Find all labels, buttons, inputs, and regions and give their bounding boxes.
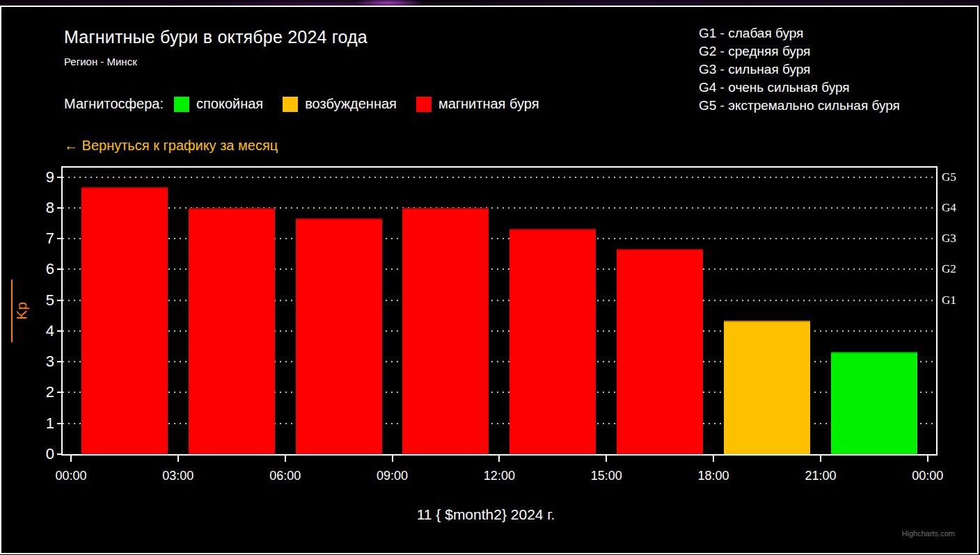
- x-axis-label-4: 12:00: [468, 469, 530, 483]
- bar-09:00-12:00[interactable]: [402, 208, 489, 454]
- bar-00:00-03:00[interactable]: [81, 187, 168, 454]
- bar-03:00-06:00[interactable]: [189, 208, 275, 454]
- bar-15:00-18:00[interactable]: [617, 249, 703, 454]
- x-axis-label-8: 00:00: [896, 469, 959, 483]
- legend-swatch-quiet: [174, 97, 189, 112]
- y-axis-tick: [57, 392, 63, 393]
- x-axis-label-5: 15:00: [575, 469, 638, 483]
- legend-label-excited: возбужденная: [305, 96, 397, 112]
- y-axis-label-1: 1: [19, 414, 54, 433]
- y-axis-label-8: 8: [19, 198, 54, 218]
- magnetosphere-legend: Магнитосфера: спокойная возбужденная маг…: [64, 95, 559, 113]
- storm-scale-item: G3 - сильная буря: [699, 61, 900, 79]
- chart-title: Магнитные бури в октябре 2024 года: [64, 27, 368, 47]
- storm-scale-legend: G1 - слабая буряG2 - средняя буряG3 - си…: [699, 24, 900, 115]
- y-axis-label-5: 5: [19, 291, 54, 310]
- x-axis-tick: [177, 454, 179, 462]
- x-axis-tick: [927, 454, 928, 462]
- x-axis-tick: [606, 454, 607, 462]
- y-axis-tick: [57, 268, 63, 270]
- legend-label-quiet: спокойная: [196, 96, 263, 112]
- y-axis-tick: [57, 423, 63, 424]
- right-axis-label-g1: G1: [942, 293, 956, 308]
- x-axis-tick: [285, 454, 286, 462]
- legend-label-storm: магнитная буря: [438, 96, 539, 112]
- back-to-month-link[interactable]: ← Вернуться к графику за месяц: [64, 138, 278, 154]
- x-axis-label-1: 03:00: [147, 469, 210, 483]
- y-axis-label-4: 4: [19, 321, 54, 341]
- bar-21:00-00:00[interactable]: [831, 352, 917, 454]
- y-axis-label-9: 9: [19, 168, 54, 187]
- x-axis-title: 11 { $month2} 2024 г.: [277, 506, 695, 523]
- right-axis-label-g3: G3: [942, 231, 956, 246]
- right-axis-label-g2: G2: [942, 262, 956, 277]
- y-axis-tick: [57, 300, 63, 301]
- x-axis-tick: [70, 454, 72, 462]
- right-axis-label-g5: G5: [942, 170, 956, 185]
- y-axis-tick: [57, 330, 63, 332]
- gridline-9: [63, 177, 936, 178]
- y-axis-label-0: 0: [19, 444, 54, 464]
- legend-swatch-storm: [416, 97, 432, 112]
- storm-scale-item: G2 - средняя буря: [699, 42, 900, 61]
- right-axis-label-g4: G4: [942, 200, 956, 216]
- bar-06:00-09:00[interactable]: [296, 218, 382, 454]
- y-axis-tick: [57, 361, 63, 362]
- legend-title: Магнитосфера:: [64, 96, 164, 112]
- x-axis-label-0: 00:00: [40, 469, 102, 483]
- bar-12:00-15:00[interactable]: [509, 229, 596, 454]
- x-axis-tick: [392, 454, 393, 462]
- y-axis-tick: [57, 238, 63, 239]
- y-axis-tick: [57, 177, 63, 178]
- y-axis-label-3: 3: [19, 352, 54, 371]
- chart-subtitle: Регион - Минск: [64, 56, 137, 67]
- x-axis-tick: [820, 454, 821, 462]
- highcharts-credits-link[interactable]: Highcharts.com: [816, 529, 955, 538]
- x-axis-label-7: 21:00: [789, 469, 852, 483]
- x-axis-label-2: 06:00: [254, 469, 317, 483]
- y-axis-label-7: 7: [19, 229, 54, 248]
- legend-swatch-excited: [283, 97, 298, 112]
- storm-scale-item: G5 - экстремально сильная буря: [699, 97, 900, 115]
- storm-scale-item: G4 - очень сильная буря: [699, 79, 900, 97]
- magnetic-storm-page: { "header": { "title": "Магнитные бури в…: [0, 0, 980, 555]
- x-axis-label-3: 09:00: [361, 469, 424, 483]
- y-axis-tick: [57, 453, 63, 455]
- bar-18:00-21:00[interactable]: [724, 321, 810, 454]
- y-axis-label-6: 6: [19, 259, 54, 279]
- x-axis-tick: [713, 454, 714, 462]
- x-axis-tick: [498, 454, 500, 462]
- storm-scale-item: G1 - слабая буря: [699, 24, 900, 42]
- y-axis-label-2: 2: [19, 383, 54, 402]
- y-axis-tick: [57, 207, 63, 209]
- x-axis-label-6: 18:00: [682, 469, 745, 483]
